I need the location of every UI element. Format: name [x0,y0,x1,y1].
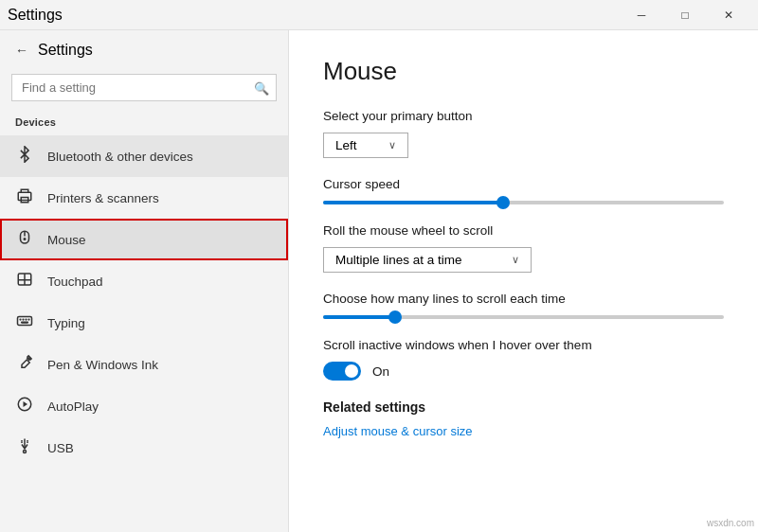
sidebar-item-autoplay-label: AutoPlay [47,399,99,414]
content-area: Mouse Select your primary button Left ∨ … [289,30,758,532]
sidebar-item-usb[interactable]: USB [0,427,288,469]
maximize-button[interactable]: □ [663,0,707,30]
inactive-scroll-toggle[interactable] [323,362,361,381]
inactive-scroll-state: On [372,364,389,379]
sidebar-back-button[interactable]: ← Settings [0,30,288,70]
svg-rect-8 [18,317,32,326]
sidebar-item-typing[interactable]: Typing [0,302,288,344]
sidebar-item-typing-label: Typing [47,316,85,330]
chevron-down-icon: ∨ [388,139,396,151]
sidebar-item-pen-label: Pen & Windows Ink [47,358,158,372]
lines-scroll-fill [323,315,395,319]
lines-scroll-slider[interactable] [323,315,724,319]
primary-button-dropdown[interactable]: Left ∨ [323,133,408,158]
page-title: Mouse [323,57,724,86]
titlebar-title: Settings [8,7,63,24]
related-link-adjust-mouse[interactable]: Adjust mouse & cursor size [323,424,473,438]
close-button[interactable]: ✕ [707,0,750,30]
sidebar-section-label: Devices [0,113,288,135]
main-layout: ← Settings 🔍 Devices Bluetooth & other d… [0,30,758,532]
scroll-wheel-label: Roll the mouse wheel to scroll [323,223,724,238]
search-input[interactable] [11,74,277,101]
sidebar-item-pen[interactable]: Pen & Windows Ink [0,344,288,385]
primary-button-label: Select your primary button [323,109,724,123]
sidebar-item-mouse-label: Mouse [47,233,86,247]
svg-rect-0 [18,192,31,200]
sidebar-search: 🔍 [11,74,277,101]
svg-point-4 [24,239,26,240]
lines-scroll-label: Choose how many lines to scroll each tim… [323,292,724,306]
scroll-wheel-dropdown[interactable]: Multiple lines at a time ∨ [323,247,532,273]
inactive-scroll-label: Scroll inactive windows when I hover ove… [323,338,724,352]
bluetooth-icon [15,146,34,167]
svg-point-20 [24,451,27,453]
titlebar-left: Settings [8,7,63,24]
sidebar-back-label: Settings [38,42,93,59]
cursor-speed-thumb[interactable] [496,196,510,209]
back-arrow-icon: ← [15,43,28,58]
printers-icon [15,187,34,208]
autoplay-icon [15,396,34,417]
toggle-knob [345,364,358,378]
sidebar: ← Settings 🔍 Devices Bluetooth & other d… [0,30,289,532]
scroll-chevron-down-icon: ∨ [512,254,519,266]
sidebar-item-usb-label: USB [47,441,74,455]
scroll-wheel-group: Roll the mouse wheel to scroll Multiple … [323,223,724,273]
related-settings-group: Related settings Adjust mouse & cursor s… [323,399,724,439]
sidebar-item-autoplay[interactable]: AutoPlay [0,385,288,427]
sidebar-item-bluetooth-label: Bluetooth & other devices [47,150,193,164]
touchpad-icon [15,271,34,292]
titlebar-controls: ─ □ ✕ [620,0,750,30]
sidebar-item-printers-label: Printers & scanners [47,191,159,205]
cursor-speed-slider[interactable] [323,201,724,204]
sidebar-item-mouse[interactable]: Mouse [0,219,288,260]
primary-button-value: Left [335,138,357,152]
usb-icon [15,437,34,458]
lines-scroll-thumb[interactable] [388,310,402,324]
svg-marker-15 [24,401,28,407]
minimize-button[interactable]: ─ [620,0,663,30]
inactive-scroll-toggle-row: On [323,362,724,381]
inactive-scroll-group: Scroll inactive windows when I hover ove… [323,338,724,381]
mouse-icon [15,229,34,250]
sidebar-item-bluetooth[interactable]: Bluetooth & other devices [0,135,288,177]
cursor-speed-fill [323,201,503,204]
cursor-speed-label: Cursor speed [323,177,724,191]
sidebar-item-printers[interactable]: Printers & scanners [0,177,288,219]
cursor-speed-group: Cursor speed [323,177,724,204]
scroll-wheel-value: Multiple lines at a time [335,253,462,267]
sidebar-item-touchpad-label: Touchpad [47,275,103,289]
titlebar: Settings ─ □ ✕ [0,0,758,30]
related-settings-title: Related settings [323,399,724,415]
pen-icon [15,354,34,375]
lines-scroll-group: Choose how many lines to scroll each tim… [323,292,724,319]
primary-button-group: Select your primary button Left ∨ [323,109,724,158]
sidebar-item-touchpad[interactable]: Touchpad [0,260,288,302]
search-icon: 🔍 [254,80,269,95]
typing-icon [15,312,34,333]
